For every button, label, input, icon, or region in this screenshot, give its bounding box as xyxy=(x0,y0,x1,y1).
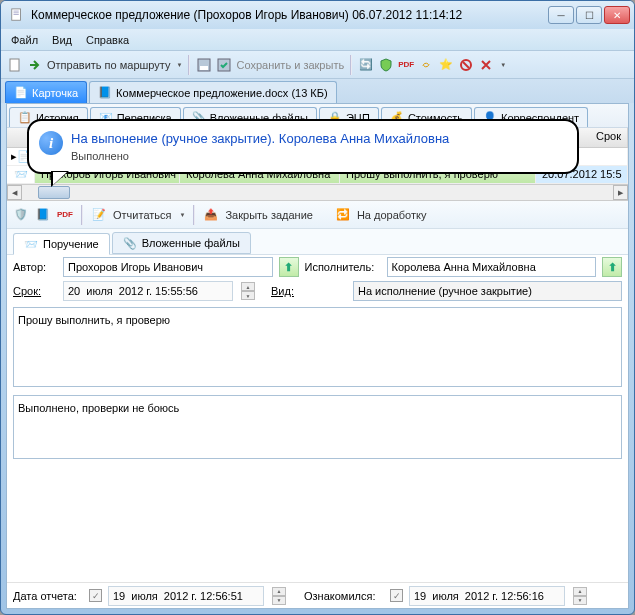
report-date-label: Дата отчета: xyxy=(13,590,83,602)
save-close-button[interactable]: Сохранить и закрыть xyxy=(236,59,344,71)
tooltip-bubble: i На выпонение (ручное закрытие). Короле… xyxy=(27,119,579,174)
tb2-icon2[interactable]: 📘 xyxy=(35,207,51,223)
tab-assignment[interactable]: 📨 Поручение xyxy=(13,233,110,255)
bubble-title: На выпонение (ручное закрытие). Королева… xyxy=(71,131,563,146)
task-toolbar: 🛡️ 📘 PDF 📝 Отчитаться ▼ 📤 Закрыть задани… xyxy=(7,201,628,229)
main-toolbar: Отправить по маршруту ▼ Сохранить и закр… xyxy=(1,51,634,79)
executor-up-button[interactable]: ⬆ xyxy=(602,257,622,277)
tab-files-label: Вложенные файлы xyxy=(142,237,240,249)
app-icon xyxy=(9,7,25,23)
response-text[interactable]: Выполнено, проверки не боюсь xyxy=(13,395,622,459)
star-icon[interactable]: ⭐ xyxy=(438,57,454,73)
window-title: Коммерческое предложение (Прохоров Игорь… xyxy=(29,8,548,22)
scroll-right[interactable]: ▶ xyxy=(613,185,628,200)
word-icon: 📘 xyxy=(98,86,112,99)
route-icon[interactable] xyxy=(27,57,43,73)
send-route-dropdown[interactable]: ▼ xyxy=(177,62,183,68)
link-icon[interactable] xyxy=(418,57,434,73)
seen-date-spinner[interactable]: ▲▼ xyxy=(573,587,587,605)
tab-attachment-label: Коммерческое предложение.docx (13 КБ) xyxy=(116,87,328,99)
executor-label: Исполнитель: xyxy=(305,261,381,273)
task-text[interactable]: Прошу выполнить, я проверю xyxy=(13,307,622,387)
tab-files[interactable]: 📎 Вложенные файлы xyxy=(112,232,251,254)
card-icon: 📄 xyxy=(14,86,28,99)
due-date-field[interactable]: 20 июля 2012 г. 15:55:56 xyxy=(63,281,233,301)
seen-checkbox[interactable]: ✓ xyxy=(390,589,403,602)
cancel-icon[interactable] xyxy=(458,57,474,73)
report-button[interactable]: Отчитаться xyxy=(113,209,172,221)
info-icon: i xyxy=(39,131,63,155)
author-input[interactable]: Прохоров Игорь Иванович xyxy=(63,257,273,277)
save-close-icon[interactable] xyxy=(216,57,232,73)
maximize-button[interactable]: ☐ xyxy=(576,6,602,24)
kind-input[interactable]: На исполнение (ручное закрытие) xyxy=(353,281,622,301)
tab-assignment-label: Поручение xyxy=(43,238,99,250)
due-spinner[interactable]: ▲▼ xyxy=(241,282,255,300)
save-icon[interactable] xyxy=(196,57,212,73)
report-date-checkbox[interactable]: ✓ xyxy=(89,589,102,602)
author-label: Автор: xyxy=(13,261,57,273)
tab-card[interactable]: 📄 Карточка xyxy=(5,81,87,103)
menu-help[interactable]: Справка xyxy=(86,34,129,46)
scroll-thumb[interactable] xyxy=(38,186,70,199)
send-route-button[interactable]: Отправить по маршруту xyxy=(47,59,171,71)
assignment-icon: 📨 xyxy=(24,238,38,251)
report-icon[interactable]: 📝 xyxy=(91,207,107,223)
minimize-button[interactable]: ─ xyxy=(548,6,574,24)
menu-view[interactable]: Вид xyxy=(52,34,72,46)
content-area: 📋 История 📧 Переписка 📎 Вложенные файлы … xyxy=(6,103,629,609)
delete-icon[interactable] xyxy=(478,57,494,73)
app-window: Коммерческое предложение (Прохоров Игорь… xyxy=(0,0,635,615)
executor-input[interactable]: Королева Анна Михайловна xyxy=(387,257,597,277)
titlebar: Коммерческое предложение (Прохоров Игорь… xyxy=(1,1,634,29)
close-task-button[interactable]: Закрыть задание xyxy=(225,209,312,221)
pdf-icon[interactable]: PDF xyxy=(398,57,414,73)
menu-file[interactable]: Файл xyxy=(11,34,38,46)
form-tabs: 📨 Поручение 📎 Вложенные файлы xyxy=(7,229,628,255)
row-author-executor: Автор: Прохоров Игорь Иванович ⬆ Исполни… xyxy=(7,255,628,279)
tb2-icon1[interactable]: 🛡️ xyxy=(13,207,29,223)
document-tabs: 📄 Карточка 📘 Коммерческое предложение.do… xyxy=(1,79,634,103)
report-date-spinner[interactable]: ▲▼ xyxy=(272,587,286,605)
kind-label: Вид: xyxy=(271,285,347,297)
rework-button[interactable]: На доработку xyxy=(357,209,427,221)
svg-rect-6 xyxy=(200,66,208,70)
author-up-button[interactable]: ⬆ xyxy=(279,257,299,277)
report-date-field[interactable]: 19 июля 2012 г. 12:56:51 xyxy=(108,586,264,606)
scroll-left[interactable]: ◀ xyxy=(7,185,22,200)
menubar: Файл Вид Справка xyxy=(1,29,634,51)
refresh-icon[interactable]: 🔄 xyxy=(358,57,374,73)
bottom-row: Дата отчета: ✓ 19 июля 2012 г. 12:56:51 … xyxy=(7,582,628,608)
tb2-pdf-icon[interactable]: PDF xyxy=(57,207,73,223)
svg-rect-4 xyxy=(10,59,19,71)
bubble-status: Выполнено xyxy=(71,150,563,162)
close-button[interactable]: ✕ xyxy=(604,6,630,24)
close-task-icon[interactable]: 📤 xyxy=(203,207,219,223)
tab-card-label: Карточка xyxy=(32,87,78,99)
tab-attachment[interactable]: 📘 Коммерческое предложение.docx (13 КБ) xyxy=(89,81,337,103)
new-icon[interactable] xyxy=(7,57,23,73)
row-due-kind: Срок: 20 июля 2012 г. 15:55:56 ▲▼ Вид: Н… xyxy=(7,279,628,303)
rework-icon[interactable]: 🔁 xyxy=(335,207,351,223)
due-label: Срок: xyxy=(13,285,57,297)
seen-label: Ознакомился: xyxy=(304,590,384,602)
svg-rect-2 xyxy=(14,12,19,13)
svg-rect-1 xyxy=(14,11,19,12)
report-dropdown[interactable]: ▼ xyxy=(180,212,186,218)
delete-dropdown[interactable]: ▼ xyxy=(500,62,506,68)
grid-scrollbar[interactable]: ◀ ▶ xyxy=(7,184,628,201)
svg-rect-3 xyxy=(14,14,19,15)
files-icon: 📎 xyxy=(123,237,137,250)
shield-icon[interactable] xyxy=(378,57,394,73)
seen-date-field[interactable]: 19 июля 2012 г. 12:56:16 xyxy=(409,586,565,606)
header-due[interactable]: Срок xyxy=(574,128,628,147)
